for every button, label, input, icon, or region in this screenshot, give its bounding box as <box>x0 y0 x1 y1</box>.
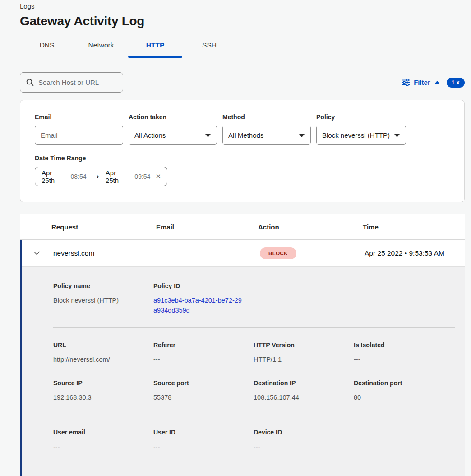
expanded-row-wrap: neverssl.com BLOCK Apr 25 2022 • 9:53:53… <box>20 240 465 476</box>
method-value: All Methods <box>228 131 263 139</box>
http-version-label: HTTP Version <box>254 341 354 349</box>
method-field: Method All Methods <box>222 113 311 145</box>
col-header-action: Action <box>258 223 363 231</box>
device-id-value: --- <box>254 442 354 452</box>
destination-ip-label: Destination IP <box>254 379 354 387</box>
col-header-time: Time <box>363 223 465 231</box>
breadcrumb: Logs <box>20 0 465 10</box>
device-id-label: Device ID <box>254 429 354 436</box>
network-details-section: Source IP 192.168.30.3 Source port 55378… <box>53 379 455 415</box>
policy-name-label: Policy name <box>53 282 153 289</box>
policy-section: Policy name Block neverssl (HTTP) Policy… <box>53 282 455 327</box>
policy-id-label: Policy ID <box>153 282 254 289</box>
filter-toggle[interactable]: Filter 1 x <box>402 78 465 88</box>
policy-field: Policy Block neverssl (HTTP) <box>316 113 406 145</box>
action-taken-field: Action taken All Actions <box>129 113 217 145</box>
start-date: Apr 25th <box>42 169 66 184</box>
policy-value: Block neverssl (HTTP) <box>322 131 390 139</box>
email-filter-input[interactable] <box>35 126 123 145</box>
status-badge: BLOCK <box>260 247 296 259</box>
date-range-field: Date Time Range Apr 25th 08:54 → Apr 25t… <box>35 154 450 186</box>
destination-port-value: 80 <box>354 393 454 403</box>
email-filter-label: Email <box>35 113 123 121</box>
http-version-value: HTTP/1.1 <box>254 355 354 365</box>
row-time: Apr 25 2022 • 9:53:53 AM <box>365 249 465 257</box>
request-details-section: URL http://neverssl.com/ Referer --- HTT… <box>53 328 455 365</box>
log-table: Request Email Action Time neverssl.com B… <box>20 214 465 476</box>
search-icon <box>26 79 34 86</box>
close-icon[interactable]: ✕ <box>155 173 161 181</box>
policy-id-block: Policy ID a91c3eb4-ba7a-4201-be72-29a934… <box>153 282 254 316</box>
page-title: Gateway Activity Log <box>20 14 465 28</box>
start-time: 08:54 <box>71 173 87 180</box>
date-range-label: Date Time Range <box>35 154 450 162</box>
radar-link-row: View domain details in Radar → <box>53 464 455 476</box>
action-taken-select[interactable]: All Actions <box>129 126 217 145</box>
source-port-label: Source port <box>153 379 254 387</box>
destination-ip-value: 108.156.107.44 <box>254 393 354 403</box>
email-filter-field: Email <box>35 113 123 145</box>
method-select[interactable]: All Methods <box>222 126 311 145</box>
tab-network[interactable]: Network <box>74 37 128 57</box>
table-row[interactable]: neverssl.com BLOCK Apr 25 2022 • 9:53:53… <box>22 240 465 267</box>
search-box[interactable] <box>20 72 123 93</box>
filter-sliders-icon <box>402 79 410 86</box>
action-taken-value: All Actions <box>134 131 166 139</box>
filter-label: Filter <box>414 79 430 86</box>
tab-http[interactable]: HTTP <box>128 37 182 57</box>
source-ip-value: 192.168.30.3 <box>53 393 153 403</box>
expanded-details-panel: Policy name Block neverssl (HTTP) Policy… <box>22 267 465 476</box>
tab-dns[interactable]: DNS <box>20 37 74 57</box>
user-email-value: --- <box>53 442 153 452</box>
user-details-section: User email --- User ID --- Device ID --- <box>53 415 455 464</box>
arrow-right-icon: → <box>92 172 101 181</box>
is-isolated-value: --- <box>354 355 454 365</box>
url-label: URL <box>53 341 153 349</box>
action-taken-label: Action taken <box>129 113 217 121</box>
chevron-down-icon <box>394 134 400 137</box>
chevron-down-icon[interactable] <box>33 251 40 255</box>
policy-name-block: Policy name Block neverssl (HTTP) <box>53 282 153 316</box>
search-row: Filter 1 x <box>20 72 465 93</box>
user-id-label: User ID <box>153 429 254 436</box>
method-label: Method <box>222 113 311 121</box>
policy-name-value: Block neverssl (HTTP) <box>53 296 153 306</box>
col-header-request: Request <box>51 223 156 231</box>
tab-bar: DNS Network HTTP SSH <box>20 37 236 57</box>
search-input[interactable] <box>38 79 118 86</box>
user-id-value: --- <box>153 442 254 452</box>
filter-panel: Email Action taken All Actions Method Al… <box>20 100 465 202</box>
end-date: Apr 25th <box>106 169 130 184</box>
destination-port-label: Destination port <box>354 379 454 387</box>
filter-count-badge[interactable]: 1 x <box>447 78 465 88</box>
url-value: http://neverssl.com/ <box>53 355 153 365</box>
tab-ssh[interactable]: SSH <box>182 37 236 57</box>
policy-select[interactable]: Block neverssl (HTTP) <box>316 126 406 145</box>
chevron-down-icon <box>205 134 211 137</box>
date-range-control[interactable]: Apr 25th 08:54 → Apr 25th 09:54 ✕ <box>35 167 167 186</box>
row-request: neverssl.com <box>53 249 158 257</box>
is-isolated-label: Is Isolated <box>354 341 454 349</box>
user-email-label: User email <box>53 429 153 436</box>
referer-label: Referer <box>153 341 254 349</box>
page-container: Logs Gateway Activity Log DNS Network HT… <box>0 0 471 476</box>
source-ip-label: Source IP <box>53 379 153 387</box>
chevron-down-icon <box>299 134 305 137</box>
policy-label: Policy <box>316 113 406 121</box>
table-header-row: Request Email Action Time <box>20 214 465 240</box>
end-time: 09:54 <box>134 173 150 180</box>
referer-value: --- <box>153 355 254 365</box>
col-header-email: Email <box>156 223 258 231</box>
source-port-value: 55378 <box>153 393 254 403</box>
policy-id-link[interactable]: a91c3eb4-ba7a-4201-be72-29a934dd359d <box>153 296 242 316</box>
chevron-up-icon <box>434 81 440 84</box>
